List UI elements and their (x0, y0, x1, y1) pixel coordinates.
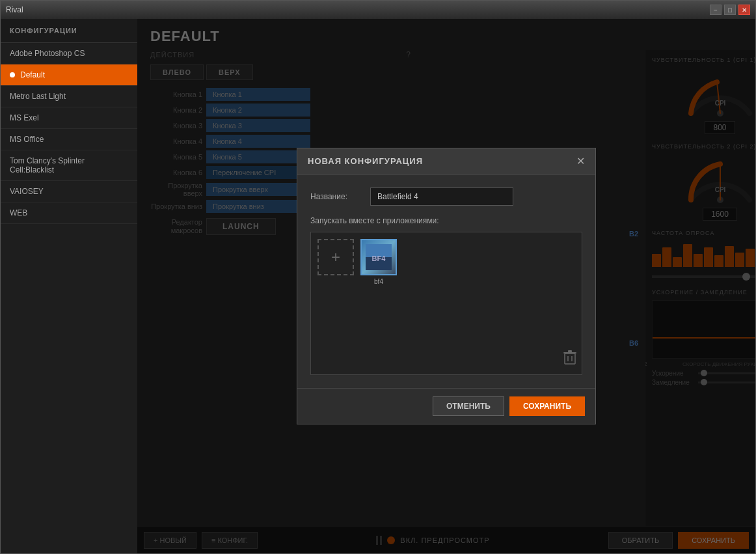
sidebar-item-splinter[interactable]: Tom Clancy's Splinter Cell:Blacklist (1, 150, 137, 181)
active-dot (10, 72, 15, 77)
modal-title: НОВАЯ КОНФИГУРАЦИЯ (308, 156, 423, 166)
modal-body: Название: Запускать вместе с приложениям… (297, 174, 595, 388)
app-icon-bf4: BF4 (360, 239, 397, 275)
maximize-button[interactable]: □ (724, 5, 736, 15)
modal-footer: ОТМЕНИТЬ СОХРАНИТЬ (297, 388, 595, 424)
sidebar-item-label: VAIOSEY (10, 187, 44, 196)
modal-app-area: + BF4 (310, 232, 582, 375)
modal-cancel-button[interactable]: ОТМЕНИТЬ (433, 396, 504, 416)
close-button[interactable]: ✕ (738, 5, 750, 15)
modal-close-button[interactable]: ✕ (576, 155, 585, 167)
window-controls: − □ ✕ (710, 5, 750, 15)
sidebar-item-web[interactable]: WEB (1, 202, 137, 224)
sidebar-item-label: MS Office (10, 135, 44, 144)
sidebar-item-default[interactable]: Default (1, 64, 137, 86)
sidebar-item-metro[interactable]: Metro Last Light (1, 86, 137, 107)
modal-name-label: Название: (310, 192, 362, 201)
modal-overlay: НОВАЯ КОНФИГУРАЦИЯ ✕ Название: Запускать… (137, 19, 755, 553)
content-area: DEFAULT ДЕЙСТВИЯ ? ВЛЕВО ВЕРХ Кнопка 1 (137, 19, 755, 553)
sidebar-item-label: Metro Last Light (10, 92, 66, 101)
delete-icon[interactable] (563, 350, 576, 369)
app-item-bf4[interactable]: BF4 bf4 (360, 239, 397, 285)
main-layout: КОНФИГУРАЦИИ Adobe Photoshop CS Default … (1, 19, 755, 553)
minimize-button[interactable]: − (710, 5, 722, 15)
modal-save-button[interactable]: СОХРАНИТЬ (509, 396, 585, 416)
add-app-button[interactable]: + (317, 239, 354, 275)
sidebar-item-vaiosey[interactable]: VAIOSEY (1, 181, 137, 202)
modal-name-input[interactable] (370, 187, 513, 206)
app-name-label: bf4 (374, 278, 383, 285)
sidebar-item-photoshop[interactable]: Adobe Photoshop CS (1, 43, 137, 64)
sidebar-item-msexel[interactable]: MS Exel (1, 107, 137, 129)
app-window: Rival − □ ✕ КОНФИГУРАЦИИ Adobe Photoshop… (0, 0, 756, 554)
sidebar-item-label: Default (20, 70, 45, 79)
svg-text:BF4: BF4 (372, 255, 386, 262)
window-title: Rival (6, 5, 23, 14)
bf4-icon-svg: BF4 (366, 244, 392, 270)
svg-rect-15 (565, 353, 575, 364)
svg-rect-17 (568, 350, 572, 352)
sidebar-item-msoffice[interactable]: MS Office (1, 129, 137, 150)
sidebar-item-label: WEB (10, 208, 27, 217)
sidebar-header: КОНФИГУРАЦИИ (1, 19, 137, 43)
svg-rect-16 (563, 352, 576, 353)
modal-apps-label: Запускать вместе с приложениями: (310, 216, 582, 225)
sidebar: КОНФИГУРАЦИИ Adobe Photoshop CS Default … (1, 19, 137, 553)
modal-dialog: НОВАЯ КОНФИГУРАЦИЯ ✕ Название: Запускать… (297, 148, 596, 424)
modal-name-row: Название: (310, 187, 582, 206)
modal-header: НОВАЯ КОНФИГУРАЦИЯ ✕ (297, 148, 595, 174)
sidebar-spacer (1, 224, 137, 553)
titlebar: Rival − □ ✕ (1, 1, 755, 19)
sidebar-item-label: Tom Clancy's Splinter Cell:Blacklist (10, 156, 128, 174)
sidebar-item-label: Adobe Photoshop CS (10, 49, 85, 58)
app-icon-inner: BF4 (362, 240, 396, 274)
sidebar-item-label: MS Exel (10, 113, 39, 122)
